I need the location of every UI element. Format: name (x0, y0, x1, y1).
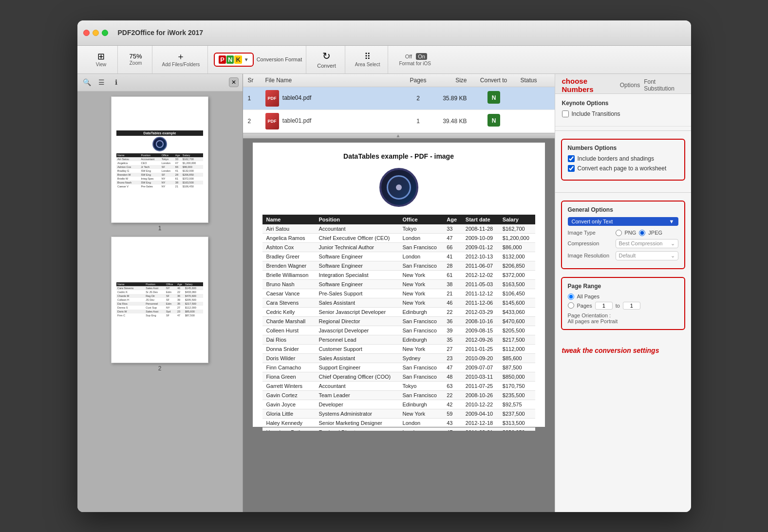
convert-button[interactable]: ↻ Convert (312, 48, 341, 71)
convert-only-text-label: Convert only Text (572, 219, 613, 224)
preview-content: DataTables example - PDF - image (253, 143, 545, 427)
format-ios-section: Off On Format for iOS (394, 51, 436, 68)
include-transitions-checkbox[interactable] (562, 110, 569, 117)
main-layout: 🔍 ☰ ℹ ✕ DataTables example (77, 74, 691, 512)
table-row: Brielle WilliamsonIntegration Specialist… (262, 270, 535, 279)
conversion-format-label-area: Conversion Format (257, 56, 302, 62)
file-size-2: 39.48 KB (433, 110, 472, 132)
resolution-dropdown[interactable]: Default ⌄ (616, 251, 678, 260)
list-button[interactable]: ☰ (96, 76, 108, 88)
thumb-content-1: DataTables example NamePositionOfficeAge… (112, 97, 208, 222)
view-icon: ⊞ (97, 52, 105, 61)
thumb-content-2: NamePositionOfficeAgeSalary Cara Stevens… (112, 237, 208, 363)
pages-radio[interactable] (568, 302, 574, 309)
compression-row: Compression Best Compression ⌄ (568, 239, 678, 248)
all-pages-row: All Pages (568, 294, 678, 300)
format-off-option[interactable]: Off (403, 53, 414, 60)
right-panel: choose Numbers Options Font Substitution… (555, 74, 691, 512)
file-status-2 (516, 110, 555, 132)
resize-handle[interactable]: ▲ (243, 133, 555, 138)
preview-scroll[interactable]: DataTables example - PDF - image (243, 139, 555, 431)
close-button[interactable] (83, 30, 90, 36)
conversion-format-button[interactable]: P N K ▼ (214, 53, 253, 67)
pnk-p: P (219, 55, 226, 64)
file-convert-icon-1: N (472, 87, 516, 110)
table-row[interactable]: 2 PDF table01.pdf 1 39.48 KB N (243, 110, 555, 132)
conversion-format-group: P N K ▼ Conversion Format (210, 46, 306, 73)
compression-dropdown[interactable]: Best Compression ⌄ (616, 239, 678, 248)
toggle-row: Off On (403, 53, 427, 60)
dropdown-arrow-icon: ▼ (244, 57, 249, 62)
page-to-input[interactable] (623, 302, 640, 310)
logo-inner (387, 175, 411, 200)
file-list-section: Sr File Name Pages Size Convert to Statu… (243, 74, 555, 133)
keynote-options-section: Keynote Options Include Transitions (555, 94, 691, 127)
table-row: Gloria LittleSystems AdministratorNew Yo… (262, 409, 535, 418)
file-pages-2: 1 (404, 110, 433, 132)
file-sr-2: 2 (243, 110, 261, 132)
col-sr: Sr (243, 74, 261, 87)
orientation-label: Page Orientation : All pages are Portrai… (568, 312, 678, 324)
convert-label: Convert (317, 63, 336, 69)
add-files-button[interactable]: ＋ Add Files/Folders (158, 50, 204, 69)
file-convert-icon-2: N (472, 110, 516, 132)
preview-title: DataTables example - PDF - image (262, 152, 535, 160)
table-row: Donna SniderCustomer SupportNew York2720… (262, 344, 535, 353)
page-range-title: Page Range (568, 283, 678, 290)
tab-options[interactable]: Options (620, 82, 640, 89)
area-select-group: ⠿ Area Select (347, 46, 389, 73)
preview-logo (262, 168, 535, 207)
add-files-label: Add Files/Folders (162, 62, 200, 67)
col-office: Office (399, 215, 443, 224)
page-from-input[interactable] (595, 302, 613, 310)
view-button[interactable]: ⊞ View (89, 50, 113, 69)
zoom-label: Zoom (130, 60, 142, 66)
table-row: Airi SatouAccountantTokyo332008-11-28$16… (262, 224, 535, 234)
convert-only-text-dropdown[interactable]: Convert only Text ▼ (568, 217, 678, 226)
worksheet-checkbox[interactable] (568, 165, 575, 172)
numbers-icon-1: N (487, 90, 501, 105)
dropdown-arrow-general: ▼ (669, 219, 674, 224)
sidebar-close-button[interactable]: ✕ (229, 77, 239, 87)
format-ios-group: Off On Format for iOS (390, 46, 440, 73)
sidebar-toolbar: 🔍 ☰ ℹ ✕ (77, 74, 243, 92)
col-pages: Pages (404, 74, 433, 87)
table-row: Bruno NashSoftware EngineerNew York38201… (262, 279, 535, 289)
table-row: Finn CamachoSupport EngineerSan Francisc… (262, 363, 535, 372)
preview-area: DataTables example - PDF - image (243, 138, 555, 512)
png-radio[interactable] (616, 230, 622, 236)
zoom-button[interactable]: 75% Zoom (124, 51, 148, 68)
table-row[interactable]: 1 PDF table04.pdf 2 35.89 KB N (243, 87, 555, 110)
table-row: Fiona GreenChief Operating Officer (COO)… (262, 372, 535, 381)
pnk-k: K (234, 55, 242, 64)
minimize-button[interactable] (93, 30, 99, 36)
table-row: Caesar VancePre-Sales SupportNew York212… (262, 289, 535, 298)
page-range-box: Page Range All Pages Pages to Page Orien… (561, 277, 685, 330)
borders-label: Include borders and shadings (578, 155, 654, 162)
thumbnail-frame-1[interactable]: DataTables example NamePositionOfficeAge… (111, 96, 208, 223)
table-row: Hermione ButlerRegional DirectorLondon47… (262, 427, 535, 431)
thumbnail-frame-2[interactable]: NamePositionOfficeAgeSalary Cara Stevens… (111, 237, 208, 363)
tweak-note: tweak the conversion settings (555, 338, 691, 364)
all-pages-radio[interactable] (568, 294, 574, 300)
file-table-header-row: Sr File Name Pages Size Convert to Statu… (243, 74, 555, 87)
sidebar: 🔍 ☰ ℹ ✕ DataTables example (77, 74, 243, 512)
file-table: Sr File Name Pages Size Convert to Statu… (243, 74, 555, 133)
search-button[interactable]: 🔍 (81, 76, 93, 88)
general-section-title: General Options (568, 206, 678, 213)
numbers-options-box: Numbers Options Include borders and shad… (561, 139, 685, 181)
svg-text:N: N (491, 94, 496, 101)
format-on-option[interactable]: On (416, 53, 427, 60)
table-row: Bradley GreerSoftware EngineerLondon4120… (262, 252, 535, 261)
worksheet-row: Convert each page to a worksheet (568, 165, 678, 172)
maximize-button[interactable] (102, 30, 108, 36)
info-button[interactable]: ℹ (111, 76, 122, 88)
area-select-button[interactable]: ⠿ Area Select (351, 50, 384, 69)
borders-checkbox[interactable] (568, 155, 575, 162)
jpeg-radio[interactable] (639, 230, 645, 236)
tab-font-sub[interactable]: Font Substitution (644, 78, 684, 92)
include-transitions-label: Include Transitions (572, 110, 620, 117)
file-status-1 (516, 87, 555, 110)
format-ios-label: Format for iOS (399, 61, 431, 66)
file-icon-1: PDF (265, 90, 279, 107)
